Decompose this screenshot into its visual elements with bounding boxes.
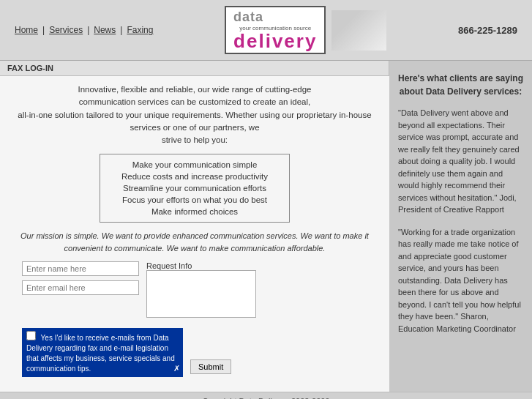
nav-services[interactable]: Services: [49, 25, 83, 35]
service-item-2: Reduce costs and increase productivity: [108, 171, 282, 182]
content-body: Innovative, flexible and reliable, our w…: [0, 76, 389, 392]
testimonial-2: "Working for a trade organization has re…: [398, 226, 523, 335]
footer: Copyright Data Delivery, 2003-2009 All R…: [0, 392, 532, 399]
submit-area: Submit: [190, 359, 231, 377]
logo-data-text: data: [233, 10, 317, 25]
email-opt-in-checkbox[interactable]: [26, 331, 36, 340]
request-info-label: Request Info: [146, 261, 256, 270]
service-item-1: Make your communication simple: [108, 159, 282, 171]
form-right: Request Info: [146, 261, 256, 318]
fax-login-bar: FAX LOG-IN: [0, 61, 389, 76]
service-item-3: Streamline your communication efforts: [108, 182, 282, 194]
request-info-textarea[interactable]: [146, 270, 256, 318]
checkbox-label: Yes I'd like to receive e-mails from Dat…: [26, 334, 175, 373]
testimonial-1: "Data Delivery went above and beyond all…: [398, 107, 523, 216]
form-area: Request Info: [15, 261, 375, 318]
service-item-5: Make informed choices: [108, 206, 282, 217]
logo: data your communication source delivery: [225, 6, 326, 54]
nav-home[interactable]: Home: [15, 25, 38, 35]
phone-number: 866-225-1289: [458, 25, 517, 36]
sidebar-title: Here's what clients are saying about Dat…: [398, 72, 523, 98]
center-content: FAX LOG-IN Innovative, flexible and reli…: [0, 61, 389, 392]
form-left: [22, 261, 139, 318]
header: Home | Services | News | Faxing data you…: [0, 0, 532, 61]
intro-line4: strive to help you:: [162, 135, 228, 144]
service-item-4: Focus your efforts on what you do best: [108, 194, 282, 206]
checkbox-area: Yes I'd like to receive e-mails from Dat…: [22, 328, 183, 377]
bottom-row: Yes I'd like to receive e-mails from Dat…: [15, 325, 375, 384]
services-box: Make your communication simple Reduce co…: [100, 154, 290, 223]
right-sidebar: Here's what clients are saying about Dat…: [389, 61, 532, 392]
nav-news[interactable]: News: [94, 25, 116, 35]
page-wrapper: Home | Services | News | Faxing data you…: [0, 0, 532, 399]
logo-area: data your communication source delivery: [225, 6, 386, 54]
main-layout: FAX LOG-IN Innovative, flexible and reli…: [0, 61, 532, 392]
intro-line2: communication services can be customized…: [79, 97, 310, 106]
header-keyboard-image: [331, 10, 386, 51]
nav-faxing[interactable]: Faxing: [127, 25, 153, 35]
submit-button[interactable]: Submit: [190, 359, 231, 374]
intro-line1: Innovative, flexible and reliable, our w…: [78, 85, 311, 94]
email-input[interactable]: [22, 280, 139, 295]
mission-text: Our mission is simple. We want to provid…: [15, 230, 375, 254]
name-input[interactable]: [22, 261, 139, 276]
logo-delivery-text: delivery: [233, 31, 317, 51]
intro-text: Innovative, flexible and reliable, our w…: [15, 83, 375, 146]
logo-box: data your communication source delivery: [225, 6, 326, 54]
intro-line3: all-in-one solution tailored to your uni…: [18, 111, 371, 132]
close-checkbox-button[interactable]: ✗: [173, 363, 180, 374]
nav: Home | Services | News | Faxing: [15, 25, 153, 35]
